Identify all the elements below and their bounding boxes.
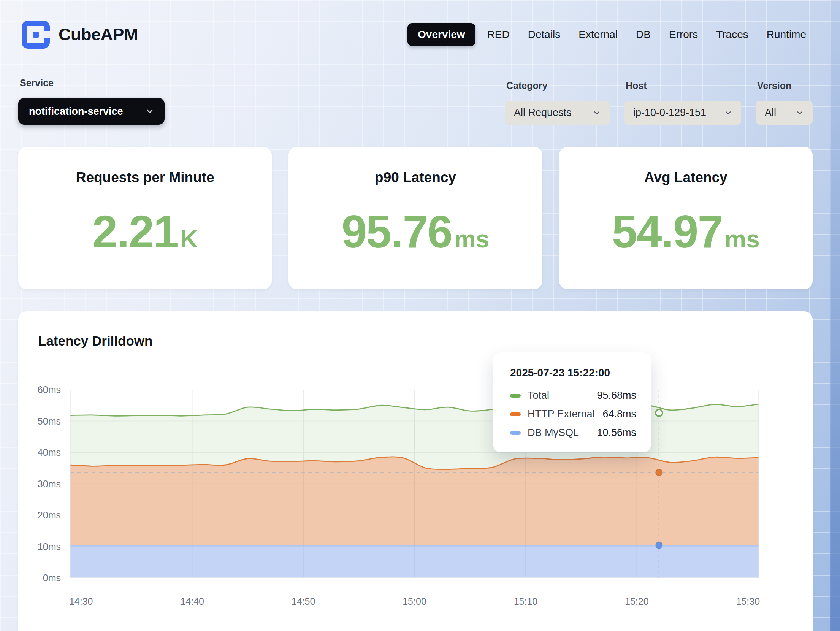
service-dropdown[interactable]: notification-service — [18, 98, 165, 125]
y-tick-label: 40ms — [38, 447, 61, 458]
chevron-down-icon — [593, 109, 601, 117]
metric-value: 2.21 K — [92, 205, 198, 258]
service-filter-label: Service — [20, 78, 165, 89]
host-filter: Host ip-10-0-129-151 — [624, 80, 741, 125]
series-label: Total — [528, 390, 549, 401]
y-tick-label: 50ms — [38, 415, 61, 426]
version-filter-label: Version — [757, 80, 813, 91]
category-filter-label: Category — [506, 80, 610, 91]
category-dropdown[interactable]: All Requests — [505, 101, 610, 125]
tooltip-timestamp: 2025-07-23 15:22:00 — [510, 367, 636, 379]
nav-tab-overview[interactable]: Overview — [407, 23, 475, 46]
series-label: HTTP External — [528, 408, 595, 420]
series-swatch-total — [510, 394, 521, 398]
x-tick-label: 15:00 — [403, 596, 426, 607]
series-label: DB MySQL — [528, 427, 579, 439]
tooltip-row-total: Total 95.68ms — [510, 390, 636, 401]
chart-tooltip: 2025-07-23 15:22:00 Total 95.68ms HTTP E… — [493, 352, 651, 452]
series-value: 95.68ms — [597, 390, 636, 401]
x-tick-label: 14:30 — [69, 596, 93, 607]
x-axis: 14:3014:4014:5015:0015:1015:2015:30 — [70, 596, 759, 609]
series-value: 64.8ms — [602, 408, 636, 420]
metric-title: Avg Latency — [644, 170, 727, 185]
cubeapm-logo-icon — [21, 20, 50, 49]
y-tick-label: 20ms — [38, 510, 61, 521]
metric-cards-row: Requests per Minute 2.21 K p90 Latency 9… — [18, 147, 813, 289]
dashboard-page: CubeAPM Overview RED Details External DB… — [0, 20, 840, 631]
y-axis: 60ms50ms40ms30ms20ms10ms0ms — [18, 390, 61, 578]
nav-tab-traces[interactable]: Traces — [710, 24, 755, 46]
tooltip-row-http-external: HTTP External 64.8ms — [510, 408, 636, 420]
filter-group-right: Category All Requests Host ip-10-0-129-1… — [505, 80, 813, 125]
latency-drilldown-card: Latency Drilldown 60ms50ms40ms30ms20ms10… — [18, 311, 813, 631]
nav-tab-details[interactable]: Details — [521, 24, 567, 46]
metric-number: 95.76 — [342, 205, 452, 258]
main-nav: Overview RED Details External DB Errors … — [407, 23, 813, 46]
chart-title: Latency Drilldown — [18, 311, 813, 349]
series-swatch-http-external — [510, 412, 521, 416]
metric-unit: ms — [724, 225, 760, 253]
metric-card-requests-per-minute: Requests per Minute 2.21 K — [18, 147, 272, 289]
y-tick-label: 10ms — [38, 541, 61, 552]
chevron-down-icon — [796, 109, 804, 117]
x-tick-label: 15:20 — [625, 596, 649, 607]
brand: CubeAPM — [21, 20, 138, 49]
latency-chart-plot[interactable]: 60ms50ms40ms30ms20ms10ms0ms — [70, 390, 759, 578]
chevron-down-icon — [724, 109, 732, 117]
filter-bar: Service notification-service Category Al… — [18, 78, 813, 125]
header: CubeAPM Overview RED Details External DB… — [18, 20, 813, 49]
chevron-down-icon — [146, 107, 154, 116]
metric-title: Requests per Minute — [76, 170, 214, 185]
host-filter-label: Host — [626, 80, 741, 91]
service-filter: Service notification-service — [18, 78, 165, 125]
y-tick-label: 0ms — [43, 572, 61, 583]
metric-unit: ms — [454, 225, 490, 253]
brand-name: CubeAPM — [59, 25, 138, 44]
x-tick-label: 15:30 — [736, 596, 760, 607]
nav-tab-db[interactable]: DB — [629, 24, 657, 46]
tooltip-row-db-mysql: DB MySQL 10.56ms — [510, 427, 636, 439]
metric-unit: K — [180, 225, 198, 253]
nav-tab-external[interactable]: External — [572, 24, 624, 46]
y-tick-label: 30ms — [38, 478, 61, 489]
metric-title: p90 Latency — [375, 170, 456, 185]
x-tick-label: 14:50 — [292, 596, 315, 607]
nav-tab-red[interactable]: RED — [481, 24, 516, 46]
metric-value: 95.76 ms — [342, 205, 490, 258]
category-filter: Category All Requests — [505, 80, 610, 125]
y-tick-label: 60ms — [38, 384, 61, 395]
x-tick-label: 14:40 — [180, 596, 204, 607]
host-dropdown[interactable]: ip-10-0-129-151 — [624, 101, 741, 125]
nav-tab-errors[interactable]: Errors — [662, 24, 704, 46]
metric-value: 54.97 ms — [612, 205, 760, 258]
metric-number: 2.21 — [92, 205, 178, 258]
metric-card-p90-latency: p90 Latency 95.76 ms — [288, 147, 542, 289]
tooltip-rows: Total 95.68ms HTTP External 64.8ms DB My… — [510, 390, 636, 439]
series-swatch-db-mysql — [510, 431, 521, 435]
version-dropdown[interactable]: All — [756, 101, 813, 125]
metric-card-avg-latency: Avg Latency 54.97 ms — [559, 147, 813, 289]
nav-tab-runtime[interactable]: Runtime — [760, 24, 813, 46]
host-dropdown-value: ip-10-0-129-151 — [633, 107, 706, 119]
latency-area-chart[interactable] — [70, 390, 759, 578]
version-filter: Version All — [756, 80, 813, 125]
service-dropdown-value: notification-service — [29, 106, 123, 117]
metric-number: 54.97 — [612, 205, 722, 258]
version-dropdown-value: All — [765, 107, 776, 119]
category-dropdown-value: All Requests — [514, 107, 572, 119]
series-value: 10.56ms — [597, 427, 636, 439]
x-tick-label: 15:10 — [514, 596, 538, 607]
